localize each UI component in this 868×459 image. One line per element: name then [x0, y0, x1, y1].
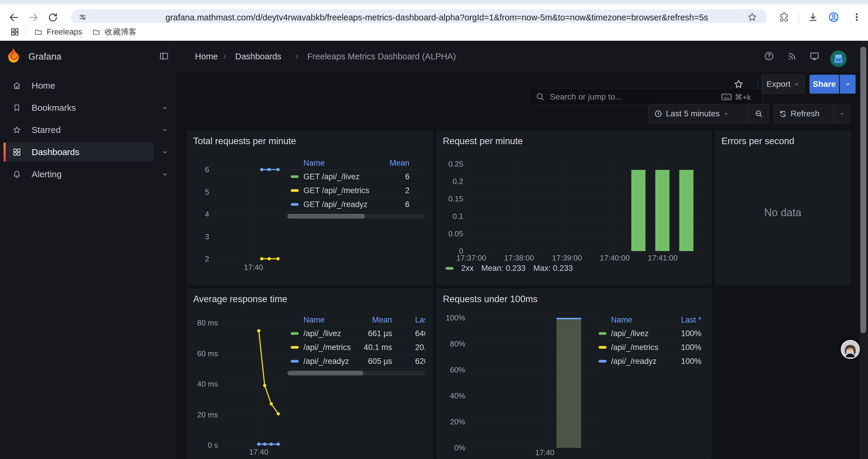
- breadcrumb-home[interactable]: Home: [195, 52, 218, 61]
- extensions-icon[interactable]: [779, 12, 789, 23]
- brand-name[interactable]: Grafana: [28, 52, 61, 62]
- legend-row[interactable]: /api/_/livez 661 µs 646: [287, 326, 425, 340]
- legend-row[interactable]: GET /api/_/readyz 6: [287, 197, 425, 211]
- sidebar-item-home[interactable]: Home: [0, 76, 176, 95]
- floating-assistant-avatar[interactable]: [840, 340, 860, 359]
- series-point[interactable]: [263, 442, 266, 446]
- series-name[interactable]: /api/_/metrics: [611, 343, 658, 352]
- legend-row[interactable]: /api/_/metrics 100%: [594, 340, 705, 354]
- bookmark-star-icon[interactable]: [747, 12, 757, 23]
- share-button[interactable]: Share: [809, 75, 839, 94]
- legend-row[interactable]: /api/_/livez 100%: [594, 326, 705, 340]
- series-name[interactable]: GET /api/_/readyz: [303, 200, 368, 209]
- series-swatch[interactable]: [291, 332, 299, 335]
- chevron-down-icon[interactable]: [161, 149, 168, 156]
- page-scrollbar-thumb[interactable]: [860, 47, 866, 333]
- refresh-interval-button[interactable]: [834, 104, 850, 123]
- sidebar-item-dashboards[interactable]: Dashboards: [0, 143, 176, 162]
- series-name[interactable]: /api/_/livez: [611, 329, 649, 338]
- site-settings-icon[interactable]: [79, 13, 87, 21]
- search-box[interactable]: ⌘+k: [529, 88, 762, 105]
- series-swatch[interactable]: [598, 346, 607, 349]
- chevron-down-icon[interactable]: [161, 104, 168, 111]
- apps-grid-icon[interactable]: [10, 27, 20, 37]
- series-point[interactable]: [268, 168, 271, 171]
- legend-col-last[interactable]: Last *: [681, 316, 701, 325]
- series-name[interactable]: /api/_/metrics: [303, 343, 351, 352]
- help-icon[interactable]: [764, 51, 774, 61]
- legend-col-name[interactable]: Name: [611, 316, 632, 325]
- back-icon[interactable]: [8, 12, 20, 23]
- legend-row[interactable]: /api/_/readyz 100%: [594, 354, 705, 368]
- star-dashboard-icon[interactable]: [733, 79, 744, 90]
- browser-menu-icon[interactable]: [851, 12, 862, 23]
- bookmark-item[interactable]: Freeleaps: [47, 23, 82, 41]
- download-icon[interactable]: [808, 12, 818, 23]
- address-bar[interactable]: [71, 9, 767, 25]
- legend-line[interactable]: 2xx Mean: 0.233 Max: 0.233: [445, 263, 573, 273]
- sidebar-item-bookmarks[interactable]: Bookmarks: [0, 98, 176, 117]
- chevron-down-icon[interactable]: [161, 171, 168, 178]
- series-point[interactable]: [277, 257, 280, 261]
- series-line[interactable]: [259, 331, 278, 414]
- bookmark-item[interactable]: 收藏博客: [104, 23, 136, 41]
- series-name[interactable]: /api/_/readyz: [303, 357, 349, 366]
- sidebar-item-starred[interactable]: Starred: [0, 121, 176, 139]
- series-swatch[interactable]: [291, 360, 299, 363]
- series-name[interactable]: /api/_/readyz: [611, 357, 657, 366]
- series-point[interactable]: [257, 329, 260, 332]
- legend-scrollbar[interactable]: [287, 371, 425, 375]
- legend-row[interactable]: /api/_/readyz 605 µs 620: [287, 354, 425, 368]
- series-swatch[interactable]: [291, 203, 299, 206]
- panel-title[interactable]: Errors per second: [721, 136, 794, 146]
- chevron-down-icon[interactable]: [161, 126, 168, 133]
- series-swatch[interactable]: [598, 332, 607, 335]
- series-point[interactable]: [263, 384, 266, 387]
- legend-col-name[interactable]: Name: [303, 159, 325, 168]
- grafana-logo[interactable]: [6, 48, 21, 63]
- export-button[interactable]: Export: [762, 75, 805, 94]
- series-name[interactable]: 2xx: [461, 264, 473, 273]
- series-point[interactable]: [268, 257, 271, 261]
- legend-col-mean[interactable]: Mean: [372, 316, 392, 325]
- series-swatch[interactable]: [291, 175, 299, 178]
- series-swatch[interactable]: [291, 346, 299, 349]
- series-swatch[interactable]: [445, 267, 454, 270]
- series-point[interactable]: [260, 257, 264, 261]
- forward-icon[interactable]: [28, 12, 39, 23]
- series-point[interactable]: [260, 168, 264, 171]
- reload-icon[interactable]: [47, 12, 59, 23]
- legend-row[interactable]: GET /api/_/livez 6: [287, 169, 425, 184]
- news-rss-icon[interactable]: [787, 51, 797, 61]
- legend-row[interactable]: /api/_/metrics 40.1 ms 20.5 ms: [287, 340, 425, 354]
- series-swatch[interactable]: [291, 189, 299, 192]
- series-name[interactable]: /api/_/livez: [303, 329, 341, 338]
- time-range-picker[interactable]: Last 5 minutes: [649, 104, 748, 123]
- series-point[interactable]: [277, 412, 280, 415]
- search-input[interactable]: [549, 88, 716, 105]
- series-swatch[interactable]: [598, 360, 607, 363]
- legend-col-mean[interactable]: Mean: [390, 159, 409, 168]
- sidebar-item-alerting[interactable]: Alerting: [0, 165, 176, 184]
- bar[interactable]: [655, 170, 670, 251]
- series-point[interactable]: [270, 402, 273, 405]
- folder-icon[interactable]: [34, 28, 42, 36]
- user-avatar[interactable]: [830, 51, 847, 67]
- sidebar-toggle-icon[interactable]: [159, 51, 169, 61]
- bar-fill[interactable]: [557, 318, 581, 448]
- series-name[interactable]: GET /api/_/livez: [303, 172, 360, 182]
- bar[interactable]: [631, 170, 646, 251]
- series-point[interactable]: [277, 168, 280, 171]
- series-point[interactable]: [270, 442, 273, 446]
- refresh-button[interactable]: Refresh: [773, 104, 834, 123]
- zoom-out-button[interactable]: [748, 104, 769, 123]
- profile-icon[interactable]: [828, 11, 840, 23]
- series-point[interactable]: [277, 442, 280, 446]
- legend-col-name[interactable]: Name: [303, 316, 325, 325]
- series-name[interactable]: GET /api/_/metrics: [303, 186, 369, 195]
- share-menu-button[interactable]: [840, 75, 856, 94]
- series-point[interactable]: [257, 442, 260, 446]
- legend-scrollbar[interactable]: [287, 214, 425, 219]
- monitor-icon[interactable]: [809, 51, 819, 61]
- legend-row[interactable]: GET /api/_/metrics 2: [287, 184, 425, 197]
